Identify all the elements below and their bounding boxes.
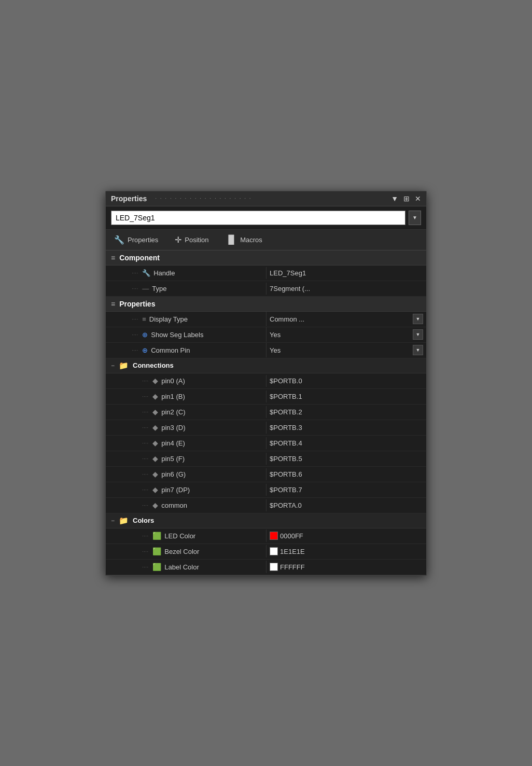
pin0-label-cell: ···· ◆ pin0 (A) (106, 374, 266, 387)
handle-icon: 🔧 (142, 269, 150, 277)
tab-position[interactable]: ✛ Position (172, 233, 212, 247)
pin5-label-cell: ···· ◆ pin5 (F) (106, 452, 266, 465)
pin6-row: ···· ◆ pin6 (G) $PORTB.6 (106, 467, 426, 482)
pin4-value-cell: $PORTB.4 (266, 437, 426, 449)
common-conn-icon: ◆ (152, 501, 158, 509)
led-color-value: 0000FF (280, 532, 303, 540)
pin0-value: $PORTB.0 (270, 377, 302, 385)
colors-folder-icon: 📁 (119, 516, 129, 525)
handle-label: Handle (153, 269, 175, 277)
colors-collapse-icon[interactable]: − (111, 517, 115, 524)
label-color-swatch[interactable] (270, 563, 278, 571)
show-seg-labels-value-cell: Yes ▼ (266, 327, 426, 342)
pin1-tree: ···· (142, 393, 148, 399)
show-seg-labels-value: Yes (270, 331, 281, 339)
pin2-label-cell: ···· ◆ pin2 (C) (106, 406, 266, 418)
pin7-row: ···· ◆ pin7 (DP) $PORTB.7 (106, 482, 426, 498)
label-color-label: Label Color (164, 563, 199, 571)
pin6-label: pin6 (G) (161, 470, 186, 478)
pin5-value-cell: $PORTB.5 (266, 453, 426, 465)
tab-macros[interactable]: ▐▌ Macros (222, 233, 265, 246)
display-type-icon: ≡ (142, 315, 146, 323)
led-color-label-cell: ···· 🟩 LED Color (106, 530, 266, 542)
bezel-color-value-cell[interactable]: 1E1E1E (266, 545, 426, 558)
bezel-color-row: ···· 🟩 Bezel Color 1E1E1E (106, 544, 426, 560)
pin5-label: pin5 (F) (161, 455, 185, 463)
handle-label-cell: ···· 🔧 Handle (106, 267, 266, 279)
type-label: Type (152, 285, 166, 293)
pin7-label-cell: ···· ◆ pin7 (DP) (106, 483, 266, 496)
title-dots: · · · · · · · · · · · · · · · · · · · · (155, 196, 251, 201)
handle-value-cell: LED_7Seg1 (266, 267, 426, 279)
common-conn-label: common (161, 502, 187, 509)
component-header-text: Component (119, 254, 160, 262)
show-seg-labels-label: Show Seg Labels (151, 331, 203, 339)
display-type-label-cell: ···· ≡ Display Type (106, 313, 266, 325)
pin0-tree: ···· (142, 378, 148, 384)
show-seg-labels-label-cell: ···· ⊕ Show Seg Labels (106, 329, 266, 341)
pin-icon[interactable]: ⊞ (403, 194, 410, 203)
display-type-dropdown[interactable]: ▼ (413, 314, 423, 324)
pin4-icon: ◆ (152, 439, 158, 447)
connections-collapse-icon[interactable]: − (111, 362, 115, 369)
pin5-row: ···· ◆ pin5 (F) $PORTB.5 (106, 451, 426, 467)
type-value: 7Segment (... (270, 285, 310, 293)
pin0-value-cell: $PORTB.0 (266, 375, 426, 387)
pin3-row: ···· ◆ pin3 (D) $PORTB.3 (106, 420, 426, 436)
led-color-value-cell[interactable]: 0000FF (266, 530, 426, 542)
pin6-value-cell: $PORTB.6 (266, 468, 426, 480)
pin3-icon: ◆ (152, 423, 158, 431)
tree-line: ···· (132, 270, 138, 276)
pin3-label-cell: ···· ◆ pin3 (D) (106, 421, 266, 434)
led-color-tree: ···· (142, 533, 148, 539)
tree-line-2: ···· (132, 285, 138, 291)
label-color-value: FFFFFF (280, 563, 305, 571)
pin7-tree: ···· (142, 486, 148, 493)
bezel-color-value: 1E1E1E (280, 548, 305, 555)
dropdown-icon[interactable]: ▼ (391, 194, 398, 203)
title-bar: Properties · · · · · · · · · · · · · · ·… (106, 191, 426, 206)
component-section-header: ≡ Component (106, 250, 426, 266)
pin1-label: pin1 (B) (161, 393, 185, 400)
pin3-value-cell: $PORTB.3 (266, 422, 426, 434)
pin0-icon: ◆ (152, 377, 158, 385)
bezel-color-swatch[interactable] (270, 547, 278, 555)
led-color-swatch[interactable] (270, 532, 278, 540)
pin3-label: pin3 (D) (161, 424, 185, 431)
pin0-row: ···· ◆ pin0 (A) $PORTB.0 (106, 373, 426, 389)
tree-line-3: ···· (132, 316, 138, 322)
pin4-tree: ···· (142, 440, 148, 446)
tree-line-4: ···· (132, 331, 138, 338)
tree-line-5: ···· (132, 347, 138, 353)
pin2-tree: ···· (142, 409, 148, 415)
pin2-value: $PORTB.2 (270, 408, 302, 416)
display-type-row: ···· ≡ Display Type Common ... ▼ (106, 312, 426, 327)
tab-properties-label: Properties (128, 236, 158, 244)
component-name-input[interactable] (111, 211, 405, 225)
show-seg-labels-dropdown[interactable]: ▼ (413, 329, 423, 340)
pin7-value: $PORTB.7 (270, 486, 302, 494)
tab-macros-label: Macros (240, 236, 262, 244)
title-icons: ▼ ⊞ ✕ (391, 194, 421, 203)
bezel-color-label-cell: ···· 🟩 Bezel Color (106, 545, 266, 558)
position-tab-icon: ✛ (175, 235, 181, 245)
properties-section-header: ≡ Properties (106, 297, 426, 312)
tab-properties[interactable]: 🔧 Properties (111, 233, 161, 247)
common-pin-dropdown[interactable]: ▼ (413, 345, 423, 355)
close-icon[interactable]: ✕ (415, 194, 421, 203)
common-pin-icon: ⊕ (142, 346, 148, 354)
display-type-value: Common ... (270, 315, 304, 323)
pin2-label: pin2 (C) (161, 408, 185, 416)
label-color-row: ···· 🟩 Label Color FFFFFF (106, 560, 426, 575)
pin0-label: pin0 (A) (161, 377, 185, 385)
label-color-value-cell[interactable]: FFFFFF (266, 561, 426, 573)
led-color-icon: 🟩 (152, 532, 161, 540)
component-dropdown-button[interactable]: ▼ (409, 211, 421, 225)
common-pin-value: Yes (270, 346, 281, 354)
pin1-value: $PORTB.1 (270, 393, 302, 400)
handle-value: LED_7Seg1 (270, 269, 306, 277)
title-bar-left: Properties · · · · · · · · · · · · · · ·… (111, 194, 256, 203)
properties-tab-icon: 🔧 (114, 235, 124, 245)
pin4-value: $PORTB.4 (270, 439, 302, 447)
common-pin-value-cell: Yes ▼ (266, 343, 426, 357)
